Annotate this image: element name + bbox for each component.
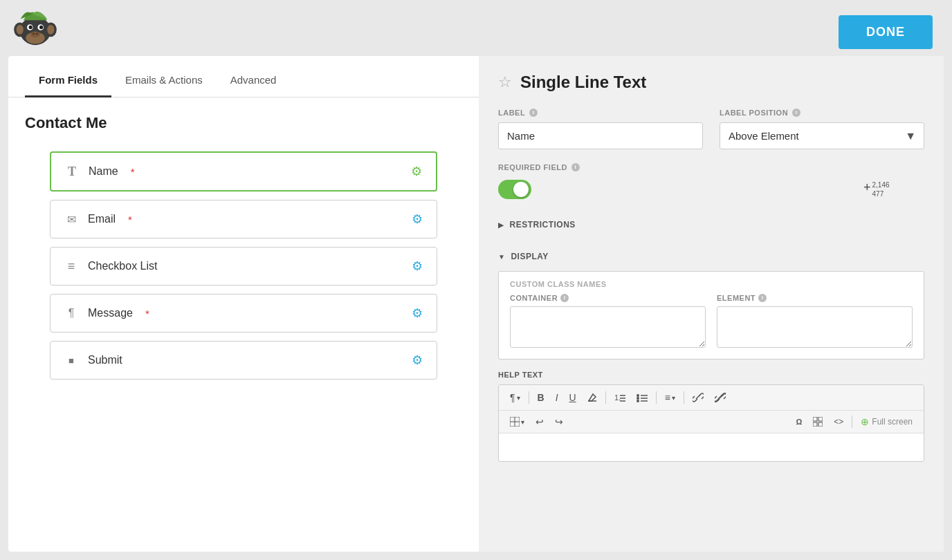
tab-form-fields[interactable]: Form Fields <box>25 62 111 97</box>
field-row-email[interactable]: ✉ Email * ⚙ <box>50 200 437 239</box>
restrictions-section: ▶ RESTRICTIONS <box>498 213 924 236</box>
svg-line-24 <box>696 395 700 399</box>
display-header[interactable]: ▼ DISPLAY <box>498 245 924 268</box>
toolbar-italic-btn[interactable]: I <box>551 389 562 406</box>
field-row-checkbox[interactable]: ≡ Checkbox List ⚙ <box>50 247 437 286</box>
label-input[interactable] <box>498 122 703 149</box>
svg-rect-33 <box>818 422 823 427</box>
label-field-label: LABEL i <box>498 109 703 117</box>
toolbar-grid-btn[interactable] <box>809 414 827 429</box>
left-panel: Form Fields Emails & Actions Advanced Co… <box>8 56 479 552</box>
required-asterisk-name: * <box>131 166 135 178</box>
help-text-section: HELP TEXT ¶ ▾ B I U 1. <box>498 371 924 462</box>
required-field-label: REQUIRED FIELD i <box>498 163 924 171</box>
field-label-submit: Submit <box>88 354 122 366</box>
toolbar-ordered-list-btn[interactable]: 1. <box>610 390 630 405</box>
custom-class-label: CUSTOM CLASS NAMES <box>510 280 913 288</box>
field-label-name: Name <box>89 165 118 178</box>
fullscreen-plus-icon: ⊕ <box>861 416 869 427</box>
field-row-submit[interactable]: ■ Submit ⚙ <box>50 341 437 380</box>
done-button[interactable]: DONE <box>839 15 933 49</box>
svg-rect-30 <box>813 417 817 421</box>
toolbar-abbr-btn[interactable]: Ω <box>791 415 806 429</box>
required-asterisk-email: * <box>128 214 132 225</box>
editor-toolbar-row2: ▾ ↩ ↪ Ω <> <box>499 411 924 433</box>
toolbar-link-btn[interactable] <box>688 390 708 405</box>
element-label: ELEMENT i <box>717 294 913 302</box>
gear-icon-message[interactable]: ⚙ <box>412 306 423 321</box>
restrictions-label: RESTRICTIONS <box>510 220 576 230</box>
toolbar-redo-btn[interactable]: ↪ <box>551 413 567 430</box>
toolbar-undo-btn[interactable]: ↩ <box>531 413 548 430</box>
expand-arrow-display: ▼ <box>498 253 505 261</box>
checkbox-icon: ≡ <box>64 259 78 274</box>
top-bar: DONE <box>8 8 944 56</box>
toolbar-paragraph-btn[interactable]: ¶ ▾ <box>506 389 524 406</box>
panel-title: Single Line Text <box>520 73 646 92</box>
submit-icon: ■ <box>64 355 78 366</box>
toolbar-code-btn[interactable]: <> <box>830 414 848 429</box>
toolbar-sep-3 <box>656 391 657 404</box>
container-input[interactable] <box>510 306 706 348</box>
required-field-section: REQUIRED FIELD i + 2,146 477 <box>498 163 924 199</box>
star-icon: ☆ <box>498 73 512 91</box>
tab-advanced[interactable]: Advanced <box>217 62 291 97</box>
toggle-track <box>498 180 531 199</box>
field-row-name[interactable]: T Name * ⚙ <box>50 151 437 192</box>
text-icon: T <box>65 165 79 179</box>
required-toggle[interactable] <box>498 180 531 199</box>
crosshair-icon: + <box>863 180 871 195</box>
field-label-message: Message <box>88 307 133 319</box>
label-info-icon: i <box>529 109 538 117</box>
svg-text:1.: 1. <box>614 393 621 402</box>
cursor-indicator: + 2,146 477 <box>863 180 890 198</box>
restrictions-header[interactable]: ▶ RESTRICTIONS <box>498 213 924 236</box>
label-group: LABEL i <box>498 109 703 149</box>
field-label-checkbox: Checkbox List <box>88 260 158 272</box>
required-info-icon: i <box>571 163 580 171</box>
tabs-row: Form Fields Emails & Actions Advanced <box>8 62 479 97</box>
toolbar-underline-btn[interactable]: U <box>565 389 580 406</box>
tab-emails-actions[interactable]: Emails & Actions <box>111 62 217 97</box>
editor-content-area[interactable] <box>499 433 924 461</box>
toolbar-sep-1 <box>529 391 529 404</box>
toolbar-align-btn[interactable]: ≡ ▾ <box>661 389 679 406</box>
help-text-label: HELP TEXT <box>498 371 924 379</box>
form-title: Contact Me <box>8 97 479 143</box>
gear-icon-name[interactable]: ⚙ <box>411 164 422 179</box>
svg-point-18 <box>637 394 639 397</box>
custom-class-box: CUSTOM CLASS NAMES CONTAINER i ELEMENT <box>498 271 924 360</box>
class-inputs-row: CONTAINER i ELEMENT i <box>510 294 913 351</box>
help-text-editor: ¶ ▾ B I U 1. <box>498 384 924 462</box>
email-icon: ✉ <box>64 213 78 226</box>
container-input-group: CONTAINER i <box>510 294 706 351</box>
right-panel: ☆ Single Line Text LABEL i LABEL POSITIO… <box>479 56 944 552</box>
field-row-message[interactable]: ¶ Message * ⚙ <box>50 294 437 333</box>
toolbar-unordered-list-btn[interactable] <box>632 390 652 405</box>
svg-point-20 <box>637 400 639 402</box>
display-section: ▼ DISPLAY CUSTOM CLASS NAMES CONTAINER i <box>498 245 924 360</box>
collapse-arrow-restrictions: ▶ <box>498 221 504 229</box>
cursor-y: 477 <box>872 189 890 198</box>
toolbar-bold-btn[interactable]: B <box>533 389 549 406</box>
editor-toolbar-row1: ¶ ▾ B I U 1. <box>499 385 924 411</box>
toolbar-unlink-btn[interactable] <box>711 390 730 405</box>
gear-icon-checkbox[interactable]: ⚙ <box>412 259 423 274</box>
element-input[interactable] <box>717 306 913 348</box>
svg-point-19 <box>637 397 639 400</box>
toolbar-sep-4 <box>684 391 684 404</box>
cursor-x: 2,146 <box>872 180 890 189</box>
position-select[interactable]: Above Element Below Element Left of Elem… <box>720 122 924 149</box>
svg-line-26 <box>715 393 726 402</box>
fullscreen-button[interactable]: ⊕ Full screen <box>857 413 917 430</box>
gear-icon-email[interactable]: ⚙ <box>412 212 423 227</box>
form-fields-list: T Name * ⚙ ✉ Email * ⚙ <box>8 143 479 552</box>
toolbar-sep-2 <box>605 391 606 404</box>
section-title: ☆ Single Line Text <box>498 73 924 92</box>
toolbar-eraser-btn[interactable] <box>583 390 601 405</box>
svg-rect-32 <box>813 422 817 427</box>
gear-icon-submit[interactable]: ⚙ <box>412 353 423 368</box>
position-field-label: LABEL POSITION i <box>720 109 924 117</box>
required-asterisk-message: * <box>145 308 149 319</box>
toolbar-table-btn[interactable]: ▾ <box>506 413 529 430</box>
